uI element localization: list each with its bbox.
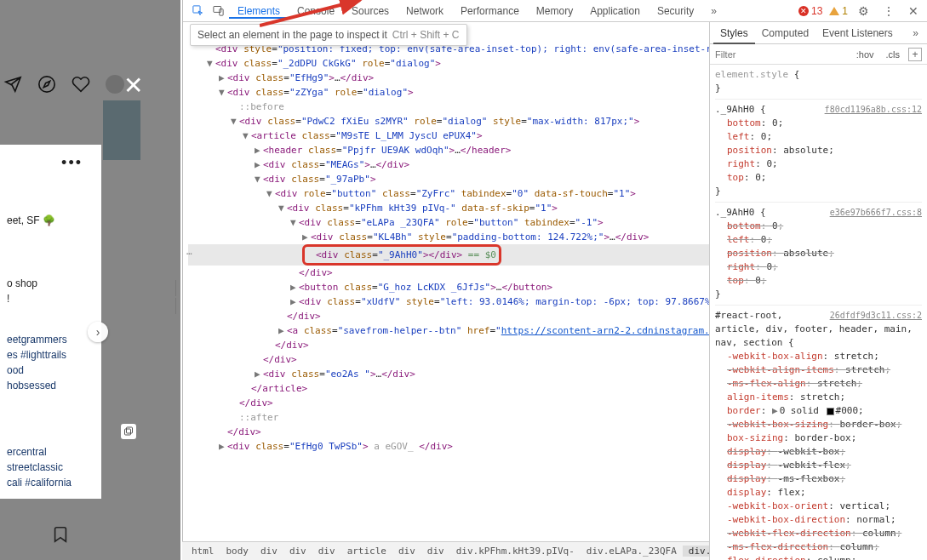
devtools-tab-performance[interactable]: Performance	[452, 5, 528, 17]
error-counter[interactable]: ✕13	[798, 5, 822, 17]
tree-node[interactable]: ▶<div class="EfHg0 TwPSb"> a eGOV_ </div…	[188, 439, 709, 454]
sidebar-tab-styles[interactable]: Styles	[713, 22, 755, 44]
tree-node[interactable]: ▶<header class="Ppjfr UE9AK wdOqh">…</he…	[188, 143, 709, 157]
tree-node[interactable]: ▼<div role="button" class="ZyFrc" tabind…	[188, 186, 709, 201]
webpage-preview: ✕ ••• eet, SF 🌳 o shop ! eetgrammers es …	[0, 0, 180, 560]
tree-node[interactable]: ▼<div class="PdwC2 fXiEu s2MYR" role="di…	[188, 114, 709, 129]
settings-icon[interactable]: ⚙	[855, 4, 873, 18]
devtools-tab-security[interactable]: Security	[649, 5, 702, 17]
tree-node[interactable]: </div>	[188, 352, 709, 367]
hashtags[interactable]: eetgrammers es #lighttrails ood hobsesse…	[7, 332, 94, 393]
devtools-tab-console[interactable]: Console	[289, 5, 343, 17]
post-card: ••• eet, SF 🌳 o shop ! eetgrammers es #l…	[0, 145, 101, 499]
breadcrumb-item[interactable]: div	[312, 546, 341, 557]
css-rule[interactable]: element.style {}	[715, 68, 922, 100]
breadcrumb-item[interactable]: body	[220, 546, 255, 557]
bookmark-icon[interactable]	[51, 525, 70, 546]
breadcrumb-item[interactable]: div.eLAPa._23QFA	[581, 546, 683, 557]
tree-node[interactable]: ▶<div class="xUdfV" style="left: 93.0146…	[188, 294, 709, 309]
tree-node[interactable]: </div>	[188, 266, 709, 280]
source-file-link[interactable]: 26dfdf9d3c11.css:2	[830, 309, 922, 323]
tabs-overflow[interactable]: »	[704, 5, 724, 17]
caption-line: o shop	[7, 276, 94, 291]
styles-filter-input[interactable]	[715, 49, 848, 60]
styles-filter-row: :hov .cls +	[710, 44, 927, 65]
source-file-link[interactable]: e36e97b666f7.css:8	[830, 206, 922, 220]
tree-node[interactable]: ▶<div class="EfHg9">…</div>	[188, 71, 709, 85]
caption-line: !	[7, 291, 94, 306]
inspect-element-button[interactable]	[188, 2, 207, 20]
kebab-menu-icon[interactable]: ⋮	[879, 4, 898, 18]
devtools-tab-application[interactable]: Application	[581, 5, 649, 17]
svg-rect-2	[127, 427, 133, 433]
tree-node[interactable]: ▼<div class="_97aPb">	[188, 172, 709, 186]
devtools: ElementsConsoleSourcesNetworkPerformance…	[182, 0, 927, 560]
breadcrumb-item[interactable]: div._9AhH0	[683, 546, 709, 557]
tree-node[interactable]: ▶<a class="savefrom-helper--btn" href="h…	[188, 323, 709, 338]
devtools-tab-network[interactable]: Network	[398, 5, 452, 17]
warning-counter[interactable]: 1	[829, 5, 848, 17]
close-devtools-icon[interactable]: ✕	[905, 4, 922, 18]
pane-splitter[interactable]	[172, 280, 179, 314]
more-icon[interactable]: •••	[61, 151, 83, 174]
hov-toggle[interactable]: :hov	[853, 49, 878, 60]
devtools-tabbar: ElementsConsoleSourcesNetworkPerformance…	[183, 0, 927, 22]
tree-node[interactable]: </div>	[188, 338, 709, 352]
sidebar-tabs: StylesComputedEvent Listeners»	[710, 22, 927, 44]
sidebar-tab-computed[interactable]: Computed	[755, 22, 815, 44]
cls-toggle[interactable]: .cls	[883, 49, 904, 60]
breadcrumb-item[interactable]: div.kPFhm.kHt39.pIVq-	[450, 546, 581, 557]
tree-node[interactable]: ▶<div class="eo2As ">…</div>	[188, 367, 709, 381]
styles-sidebar: StylesComputedEvent Listeners» :hov .cls…	[709, 22, 927, 560]
inspect-tooltip: Select an element in the page to inspect…	[190, 24, 467, 46]
tree-node[interactable]: ▶<div class="MEAGs">…</div>	[188, 157, 709, 172]
breadcrumb-item[interactable]: div	[283, 546, 312, 557]
tree-node[interactable]: ▼<div class="_2dDPU CkGkG" role="dialog"…	[188, 56, 709, 71]
elements-breadcrumb[interactable]: htmlbodydivdivdivarticledivdivdiv.kPFhm.…	[182, 541, 709, 560]
devtools-tab-elements[interactable]: Elements	[229, 5, 289, 19]
tree-node[interactable]: …<div class="_9AhH0"></div> == $0	[188, 244, 709, 266]
tree-node[interactable]: </div>	[188, 396, 709, 410]
device-toolbar-button[interactable]	[209, 2, 227, 20]
tree-node[interactable]: </div>	[188, 425, 709, 439]
source-file-link[interactable]: f80cd1196a8b.css:12	[825, 103, 922, 117]
css-rule[interactable]: f80cd1196a8b.css:12._9AhH0 {bottom: 0;le…	[715, 103, 922, 203]
tree-node[interactable]: ::before	[188, 100, 709, 114]
breadcrumb-item[interactable]: div	[255, 546, 283, 557]
tree-node[interactable]: </article>	[188, 381, 709, 396]
tree-node[interactable]: </div>	[188, 309, 709, 323]
tree-node[interactable]: ▼<div class="kPFhm kHt39 pIVq-" data-sf-…	[188, 201, 709, 215]
tree-node[interactable]: ▼<div class="eLAPa _23QFA" role="button"…	[188, 215, 709, 230]
next-button[interactable]: ›	[88, 322, 108, 342]
carousel-icon	[121, 424, 136, 439]
elements-tree[interactable]: script-true--><avascript>/\/script><div …	[183, 22, 709, 560]
photo-thumbnail	[103, 100, 140, 160]
new-style-rule-button[interactable]: +	[908, 48, 922, 61]
tree-node[interactable]: ▶<div class="KL4Bh" style="padding-botto…	[188, 230, 709, 244]
breadcrumb-item[interactable]: html	[186, 546, 220, 557]
css-rule[interactable]: 26dfdf9d3c11.css:2#react-root,article, d…	[715, 309, 922, 560]
breadcrumb-item[interactable]: article	[341, 546, 392, 557]
devtools-tab-sources[interactable]: Sources	[343, 5, 398, 17]
tree-node[interactable]: ::after	[188, 410, 709, 425]
hashtags[interactable]: ercentral streetclassic cali #california	[7, 444, 94, 490]
devtools-tab-memory[interactable]: Memory	[528, 5, 581, 17]
tree-node[interactable]: ▼<div class="zZYga" role="dialog">	[188, 85, 709, 100]
breadcrumb-item[interactable]: div	[421, 546, 450, 557]
breadcrumb-item[interactable]: div	[392, 546, 421, 557]
styles-rules[interactable]: element.style {}f80cd1196a8b.css:12._9Ah…	[710, 65, 927, 560]
tree-node[interactable]: ▶<button class="G_hoz LcKDX _6JfJs">…</b…	[188, 280, 709, 294]
svg-rect-1	[125, 429, 131, 435]
location-text: eet, SF	[7, 214, 40, 226]
sidebar-tab-event-listeners[interactable]: Event Listeners	[815, 22, 900, 44]
close-icon[interactable]: ✕	[123, 71, 143, 100]
tree-node[interactable]: ▼<article class="M9sTE L_LMM JyscU ePUX4…	[188, 129, 709, 143]
sidebar-tabs-overflow[interactable]: »	[907, 27, 924, 39]
css-rule[interactable]: e36e97b666f7.css:8._9AhH0 {bottom: 0;lef…	[715, 206, 922, 306]
